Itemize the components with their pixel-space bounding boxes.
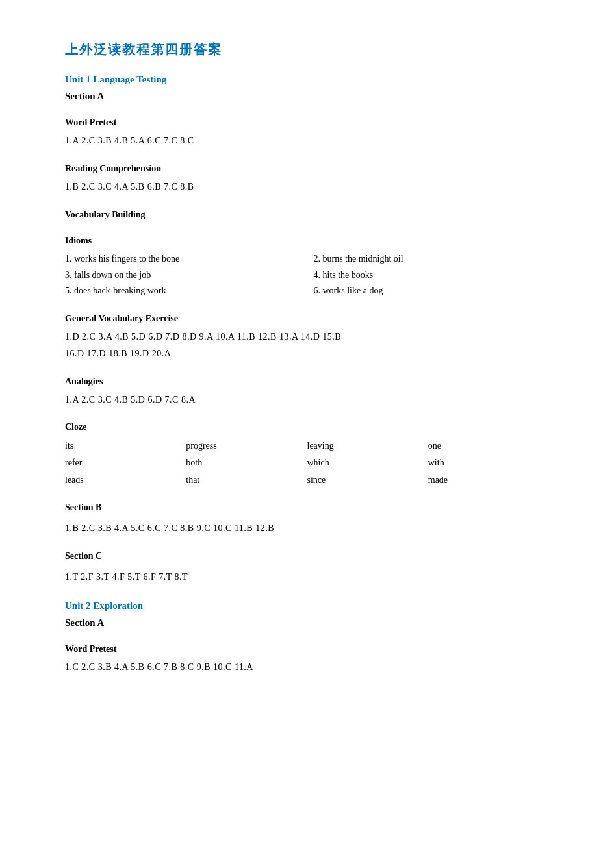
cloze-r3c1: leads xyxy=(65,473,186,488)
vocabulary-building-label: Vocabulary Building xyxy=(65,208,549,222)
cloze-r3c3: since xyxy=(307,473,428,488)
cloze-r2c4: with xyxy=(428,456,549,470)
unit2-sectionA-label: Section A xyxy=(65,615,549,630)
cloze-r3c4: made xyxy=(428,473,549,488)
word-pretest-answers: 1.A 2.C 3.B 4.B 5.A 6.C 7.C 8.C xyxy=(65,134,549,148)
cloze-r1c1: its xyxy=(65,439,186,453)
idiom-item-6: 6. works like a dog xyxy=(314,284,550,298)
unit2-word-pretest-label: Word Pretest xyxy=(65,642,549,656)
cloze-r3c2: that xyxy=(186,473,307,488)
sectionB-label: Section B xyxy=(65,501,549,515)
sectionB-block: Section B 1.B 2.C 3.B 4.A 5.C 6.C 7.C 8.… xyxy=(65,501,549,536)
idioms-grid: 1. works his fingers to the bone 2. burn… xyxy=(65,252,549,298)
cloze-r1c2: progress xyxy=(186,439,307,453)
vocabulary-building-block: Vocabulary Building Idioms 1. works his … xyxy=(65,208,549,299)
cloze-r1c3: leaving xyxy=(307,439,428,453)
unit1-title: Unit 1 Language Testing xyxy=(65,71,549,87)
cloze-r2c1: refer xyxy=(65,456,186,470)
idioms-label: Idioms xyxy=(65,234,549,248)
general-vocab-line1: 1.D 2.C 3.A 4.B 5.D 6.D 7.D 8.D 9.A 10.A… xyxy=(65,330,549,344)
analogies-answers: 1.A 2.C 3.C 4.B 5.D 6.D 7.C 8.A xyxy=(65,393,549,407)
cloze-grid: its progress leaving one refer both whic… xyxy=(65,439,549,488)
unit2-title: Unit 2 Exploration xyxy=(65,598,549,614)
cloze-label: Cloze xyxy=(65,420,549,434)
general-vocab-line2: 16.D 17.D 18.B 19.D 20.A xyxy=(65,347,549,361)
analogies-block: Analogies 1.A 2.C 3.C 4.B 5.D 6.D 7.C 8.… xyxy=(65,375,549,408)
reading-comprehension-label: Reading Comprehension xyxy=(65,162,549,176)
idiom-item-5: 5. does back-breaking work xyxy=(65,284,301,298)
word-pretest-label: Word Pretest xyxy=(65,116,549,130)
reading-comprehension-block: Reading Comprehension 1.B 2.C 3.C 4.A 5.… xyxy=(65,162,549,195)
analogies-label: Analogies xyxy=(65,375,549,389)
unit2-word-pretest-block: Word Pretest 1.C 2.C 3.B 4.A 5.B 6.C 7.B… xyxy=(65,642,549,675)
unit1-sectionA-label: Section A xyxy=(65,88,549,104)
cloze-r1c4: one xyxy=(428,439,549,453)
page-title: 上外泛读教程第四册答案 xyxy=(65,39,549,60)
idioms-block: Idioms 1. works his fingers to the bone … xyxy=(65,234,549,299)
unit2-block: Unit 2 Exploration Section A Word Pretes… xyxy=(65,598,549,675)
cloze-block: Cloze its progress leaving one refer bot… xyxy=(65,420,549,488)
unit2-word-pretest-answers: 1.C 2.C 3.B 4.A 5.B 6.C 7.B 8.C 9.B 10.C… xyxy=(65,660,549,675)
idiom-item-1: 1. works his fingers to the bone xyxy=(65,252,301,266)
sectionC-answers: 1.T 2.F 3.T 4.F 5.T 6.F 7.T 8.T xyxy=(65,570,549,584)
cloze-r2c3: which xyxy=(307,456,428,470)
sectionB-answers: 1.B 2.C 3.B 4.A 5.C 6.C 7.C 8.B 9.C 10.C… xyxy=(65,521,549,536)
sectionC-label: Section C xyxy=(65,549,549,564)
idiom-item-2: 2. burns the midnight oil xyxy=(314,252,550,266)
idiom-item-4: 4. hits the books xyxy=(314,268,550,282)
general-vocab-block: General Vocabulary Exercise 1.D 2.C 3.A … xyxy=(65,312,549,362)
word-pretest-block: Word Pretest 1.A 2.C 3.B 4.B 5.A 6.C 7.C… xyxy=(65,116,549,149)
general-vocab-label: General Vocabulary Exercise xyxy=(65,312,549,326)
idiom-item-3: 3. falls down on the job xyxy=(65,268,301,282)
reading-comprehension-answers: 1.B 2.C 3.C 4.A 5.B 6.B 7.C 8.B xyxy=(65,180,549,194)
unit1-block: Unit 1 Language Testing Section A Word P… xyxy=(65,71,549,585)
cloze-r2c2: both xyxy=(186,456,307,470)
sectionC-block: Section C 1.T 2.F 3.T 4.F 5.T 6.F 7.T 8.… xyxy=(65,549,549,585)
